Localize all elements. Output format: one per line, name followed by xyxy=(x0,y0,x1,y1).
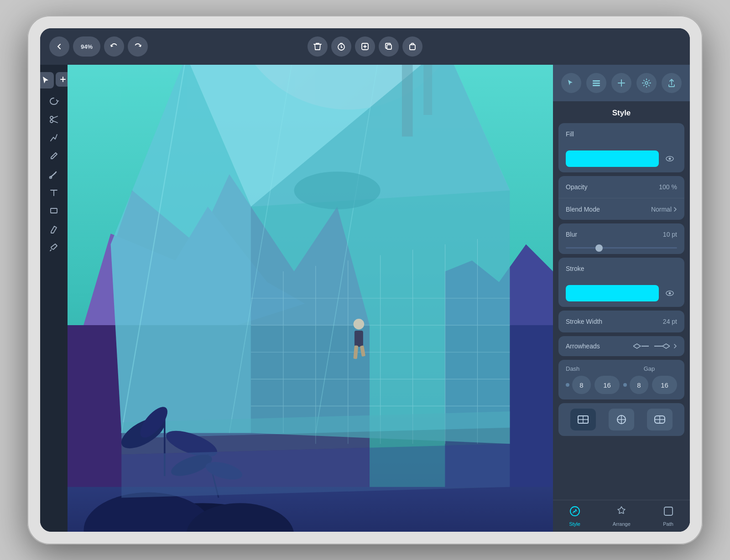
svg-marker-77 xyxy=(662,344,670,348)
right-panel: Style Fill Opacity xyxy=(553,65,690,532)
stroke-label: Stroke xyxy=(566,265,584,272)
lasso-tool-button[interactable] xyxy=(46,93,62,109)
stroke-color-swatch[interactable] xyxy=(566,285,659,301)
delete-button[interactable] xyxy=(308,36,328,57)
ipad-screen: 94% xyxy=(40,28,690,532)
ipad-frame: 94% xyxy=(27,16,703,544)
layers-button[interactable] xyxy=(586,73,606,93)
add-panel-button[interactable] xyxy=(611,73,631,93)
blur-slider-thumb[interactable] xyxy=(595,244,603,252)
arrowheads-label: Arrowheads xyxy=(566,342,600,350)
arrange-tab-icon xyxy=(616,506,627,519)
stroke-width-label: Stroke Width xyxy=(566,318,602,325)
fill-color-row xyxy=(558,145,684,172)
svg-line-11 xyxy=(53,121,57,123)
tool-select-button[interactable] xyxy=(561,73,581,93)
pen-tool-button[interactable] xyxy=(46,130,62,146)
select-tools xyxy=(40,72,70,88)
gap-input-2[interactable]: 16 xyxy=(652,376,677,394)
gap-input-group-2: 16 xyxy=(652,376,677,394)
text-tool-button[interactable] xyxy=(46,184,62,201)
stroke-width-row: Stroke Width 24 pt xyxy=(558,311,684,332)
add-element-button[interactable] xyxy=(355,36,375,57)
dash-input-2[interactable]: 16 xyxy=(594,376,620,394)
gap-input-1[interactable]: 8 xyxy=(630,376,648,394)
timer-button[interactable] xyxy=(331,36,351,57)
stroke-width-section: Stroke Width 24 pt xyxy=(558,311,684,332)
pencil-tool-button[interactable] xyxy=(46,148,62,164)
svg-point-45 xyxy=(354,319,365,330)
svg-rect-15 xyxy=(51,208,57,213)
path-tab-icon xyxy=(663,506,674,519)
dash-gap-section: Dash Gap 8 16 8 xyxy=(558,360,684,399)
scissors-tool-button[interactable] xyxy=(46,111,62,128)
eraser-tool-button[interactable] xyxy=(46,221,62,237)
fill-color-swatch[interactable] xyxy=(566,150,659,167)
arrowhead-start[interactable] xyxy=(633,342,650,351)
tab-path[interactable]: Path xyxy=(663,506,674,527)
right-top-toolbar xyxy=(553,65,690,101)
brush-tool-button[interactable] xyxy=(46,166,62,182)
svg-point-8 xyxy=(50,116,53,119)
svg-rect-63 xyxy=(423,65,432,115)
zoom-label: 94% xyxy=(81,43,93,50)
style-tab-icon xyxy=(569,506,580,519)
settings-button[interactable] xyxy=(636,73,657,93)
select-tool-button[interactable] xyxy=(40,72,54,88)
arrowheads-section: Arrowheads xyxy=(558,336,684,356)
dash-dot-1 xyxy=(566,383,569,387)
rectangle-tool-button[interactable] xyxy=(46,202,62,219)
eyedropper-tool-button[interactable] xyxy=(46,239,62,255)
shape-btn-3[interactable] xyxy=(647,409,673,430)
shape-btn-2[interactable] xyxy=(609,409,634,430)
arrowhead-end[interactable] xyxy=(653,342,670,351)
svg-rect-62 xyxy=(402,65,413,136)
tab-arrange[interactable]: Arrange xyxy=(613,506,631,527)
arrange-tab-label: Arrange xyxy=(613,521,631,527)
stroke-label-row: Stroke xyxy=(558,258,684,280)
fill-section: Fill xyxy=(558,123,684,172)
back-button[interactable] xyxy=(49,36,69,57)
fill-visibility-button[interactable] xyxy=(662,151,677,166)
panel-title: Style xyxy=(553,101,690,123)
svg-rect-64 xyxy=(593,80,600,82)
svg-point-69 xyxy=(645,82,648,84)
canvas-area[interactable] xyxy=(68,65,553,532)
copy-button[interactable] xyxy=(379,36,399,57)
shape-btn-1[interactable] xyxy=(570,409,596,430)
toolbar-left: 94% xyxy=(49,36,304,57)
blur-slider-track[interactable] xyxy=(566,247,677,249)
gap-dot-1 xyxy=(623,383,627,387)
dash-input-1[interactable]: 8 xyxy=(572,376,591,394)
blur-label: Blur xyxy=(566,231,577,238)
opacity-blend-section: Opacity 100 % Blend Mode Normal xyxy=(558,176,684,220)
dash-label: Dash xyxy=(566,365,621,372)
top-toolbar: 94% xyxy=(40,28,690,65)
blend-mode-value: Normal xyxy=(651,206,677,213)
svg-point-71 xyxy=(669,158,671,160)
zoom-button[interactable]: 94% xyxy=(73,36,100,57)
undo-button[interactable] xyxy=(104,36,124,57)
stroke-visibility-button[interactable] xyxy=(662,286,677,301)
stroke-section: Stroke xyxy=(558,258,684,307)
svg-line-16 xyxy=(50,250,51,251)
svg-point-31 xyxy=(294,171,381,209)
gap-label: Gap xyxy=(621,365,677,372)
svg-rect-66 xyxy=(593,85,600,86)
tab-style[interactable]: Style xyxy=(569,506,580,527)
dash-gap-inputs: 8 16 8 16 xyxy=(566,376,677,394)
share-button[interactable] xyxy=(662,73,682,93)
svg-point-9 xyxy=(50,120,53,123)
svg-rect-5 xyxy=(410,45,415,50)
blur-section: Blur 10 pt xyxy=(558,223,684,254)
arrowhead-icons xyxy=(633,342,677,351)
dash-gap-labels: Dash Gap xyxy=(566,365,677,372)
left-sidebar xyxy=(40,65,68,532)
blur-value: 10 pt xyxy=(663,231,677,238)
paste-button[interactable] xyxy=(402,36,422,57)
svg-line-10 xyxy=(53,116,57,118)
redo-button[interactable] xyxy=(128,36,148,57)
blend-mode-row[interactable]: Blend Mode Normal xyxy=(558,198,684,220)
blend-mode-label: Blend Mode xyxy=(566,206,600,213)
stroke-color-row xyxy=(558,280,684,307)
